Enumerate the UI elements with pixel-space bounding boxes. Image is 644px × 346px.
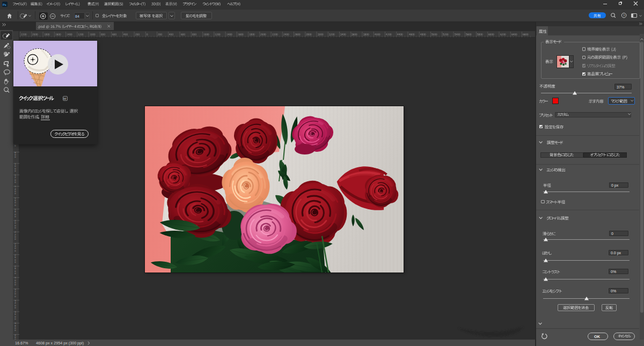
svg-text:0: 0 xyxy=(14,283,16,286)
svg-text:0: 0 xyxy=(611,232,613,235)
svg-text:0: 0 xyxy=(14,272,16,275)
svg-text:0: 0 xyxy=(14,238,16,240)
svg-text:0: 0 xyxy=(14,226,16,229)
svg-text:0: 0 xyxy=(14,156,16,158)
svg-text:0.0 px: 0.0 px xyxy=(611,251,621,255)
svg-text:0: 0 xyxy=(14,181,16,183)
svg-text:84: 84 xyxy=(75,14,79,18)
svg-text:0: 0 xyxy=(14,329,16,332)
svg-text:?: ? xyxy=(623,14,625,17)
svg-text:16.67%: 16.67% xyxy=(15,341,28,345)
svg-text:OK: OK xyxy=(594,334,601,339)
svg-text:0: 0 xyxy=(14,192,16,195)
svg-text:0: 0 xyxy=(14,249,16,252)
svg-text:0: 0 xyxy=(14,306,16,309)
svg-text:37%: 37% xyxy=(617,84,625,89)
svg-text:0: 0 xyxy=(14,204,16,207)
svg-text:4608 px x 2954 px (300 ppi): 4608 px x 2954 px (300 ppi) xyxy=(36,341,84,345)
svg-text:0%: 0% xyxy=(611,289,616,293)
svg-text:0: 0 xyxy=(14,318,16,320)
svg-text:0: 0 xyxy=(14,295,16,298)
svg-text:Ps: Ps xyxy=(3,3,6,6)
svg-text:0: 0 xyxy=(14,215,16,218)
svg-text:0: 0 xyxy=(14,170,16,172)
svg-text:0 px: 0 px xyxy=(611,183,619,188)
svg-text:0%: 0% xyxy=(611,270,616,274)
svg-text:0: 0 xyxy=(14,144,16,147)
svg-text:W: W xyxy=(63,97,67,100)
svg-text:0: 0 xyxy=(14,261,16,263)
